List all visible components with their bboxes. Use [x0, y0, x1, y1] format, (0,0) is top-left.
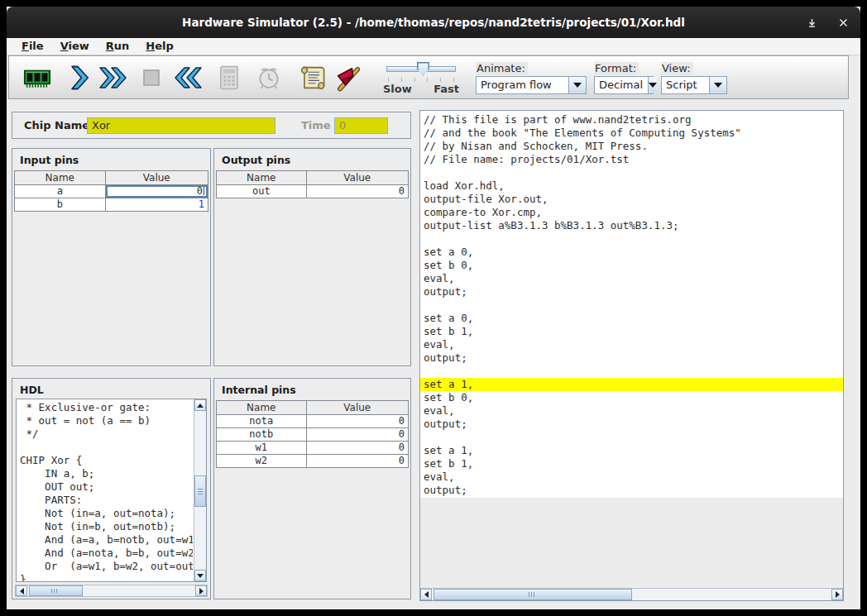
load-chip-button[interactable] — [21, 60, 54, 95]
scroll-up-button[interactable] — [194, 399, 206, 411]
script-line: set b 1, — [420, 457, 843, 470]
hdl-panel: HDL * Exclusive-or gate: * out = not (a … — [12, 378, 211, 599]
triangle-right-icon — [836, 591, 843, 598]
pin-value-cell[interactable]: 0 — [106, 185, 208, 198]
format-select[interactable]: Decimal — [594, 76, 654, 94]
animate-group: Animate: Program flow — [476, 60, 587, 96]
view-select[interactable]: Script — [661, 76, 727, 94]
calculator-button[interactable] — [213, 60, 246, 95]
title-bar[interactable]: Hardware Simulator (2.5) - /home/thomas/… — [7, 7, 860, 38]
pin-name: notb — [217, 428, 307, 441]
toolbar: Slow Fast Animate: Program flow Format: … — [8, 55, 849, 99]
code-line: And (a=a, b=notb, out=w1); — [17, 533, 193, 547]
scroll-right-button[interactable] — [195, 585, 207, 596]
script-line — [420, 232, 843, 246]
scroll-thumb[interactable] — [434, 589, 632, 600]
pin-row: b 1 — [14, 198, 208, 212]
clock-button[interactable] — [252, 60, 285, 95]
menu-item[interactable]: Help — [137, 38, 181, 54]
view-dropdown-button[interactable] — [709, 77, 726, 93]
menu-item[interactable]: View — [52, 38, 98, 54]
scroll-left-button[interactable] — [16, 585, 27, 596]
minimize-button[interactable] — [804, 15, 819, 30]
script-line — [420, 298, 843, 312]
script-line — [420, 431, 843, 444]
view-label: View: — [661, 62, 693, 75]
code-line: } — [17, 573, 193, 582]
scroll-left-button[interactable] — [420, 589, 432, 600]
time-label: Time : — [301, 119, 338, 131]
script-line: // by Nisan and Schocken, MIT Press. — [420, 140, 843, 153]
breakpoints-button[interactable] — [332, 60, 365, 95]
pin-row: w2 0 — [216, 455, 409, 468]
script-line: output; — [420, 484, 843, 497]
scroll-thumb[interactable] — [194, 475, 206, 506]
alarm-clock-icon — [254, 63, 284, 93]
format-group: Format: Decimal — [594, 60, 654, 96]
pin-value-cell[interactable]: 1 — [106, 198, 208, 211]
pin-name: nota — [217, 415, 307, 427]
pin-name: a — [15, 185, 106, 198]
script-panel: // This file is part of www.nand2tetris.… — [419, 110, 844, 601]
chevron-down-icon — [714, 83, 722, 92]
code-line: CHIP Xor { — [17, 454, 193, 467]
format-dropdown-button[interactable] — [648, 77, 657, 93]
load-script-button[interactable] — [295, 60, 328, 95]
script-line: compare-to Xor.cmp, — [420, 206, 843, 219]
script-line: set a 0, — [420, 312, 843, 325]
close-button[interactable] — [836, 15, 850, 30]
calculator-icon — [214, 63, 244, 93]
script-line — [420, 365, 843, 378]
stop-button[interactable] — [135, 60, 168, 95]
app-window: Hardware Simulator (2.5) - /home/thomas/… — [7, 7, 860, 609]
code-line: PARTS: — [17, 494, 193, 507]
value-column-header: Value — [307, 401, 408, 414]
hdl-horizontal-scrollbar[interactable] — [15, 585, 208, 597]
internal-pins-panel: Internal pins Name Value nota 0 notb 0 w… — [213, 378, 411, 599]
code-line: * Exclusive-or gate: — [17, 401, 193, 414]
hdl-vertical-scrollbar[interactable] — [194, 399, 206, 581]
script-line — [420, 166, 843, 179]
menu-item[interactable]: Run — [98, 38, 138, 54]
format-label: Format: — [594, 62, 639, 75]
menu-item[interactable]: File — [13, 38, 52, 54]
script-horizontal-scrollbar[interactable] — [420, 588, 843, 600]
script-line: eval, — [420, 404, 843, 418]
triangle-left-icon — [17, 588, 24, 595]
code-line: OUT out; — [17, 480, 193, 494]
scroll-right-button[interactable] — [831, 589, 843, 600]
output-pins-panel: Output pins Name Value out 0 — [213, 148, 411, 366]
pin-name: out — [217, 185, 307, 198]
chevron-down-icon — [649, 83, 657, 92]
scroll-thumb[interactable] — [29, 585, 83, 596]
single-step-button[interactable] — [62, 60, 95, 95]
triangle-left-icon — [421, 591, 429, 598]
script-line: output; — [420, 285, 843, 298]
input-pins-panel: Input pins Name Value a 0 b 1 — [12, 148, 211, 366]
script-line: set a 1, — [420, 444, 843, 457]
name-column-header: Name — [217, 401, 307, 414]
script-line: set a 1, — [420, 378, 843, 391]
animate-select[interactable]: Program flow — [476, 76, 587, 94]
table-header: Name Value — [14, 170, 208, 185]
rewind-button[interactable] — [171, 60, 204, 95]
scroll-down-button[interactable] — [194, 570, 206, 581]
run-button[interactable] — [97, 60, 130, 95]
fast-forward-icon — [97, 63, 130, 93]
animate-value: Program flow — [477, 77, 568, 93]
script-line: output; — [420, 351, 843, 365]
pin-row: w1 0 — [216, 442, 409, 455]
output-pins-rows: out 0 — [216, 185, 409, 198]
script-line: output-file Xor.out, — [420, 193, 843, 206]
script-line: load Xor.hdl, — [420, 179, 843, 193]
rewind-icon — [171, 63, 204, 93]
animate-dropdown-button[interactable] — [568, 77, 586, 93]
code-line: */ — [17, 427, 193, 441]
table-header: Name Value — [216, 170, 409, 185]
slider-thumb[interactable] — [417, 62, 429, 76]
name-column-header: Name — [15, 171, 106, 184]
script-line: set a 0, — [420, 246, 843, 259]
hdl-code-lines: * Exclusive-or gate: * out = not (a == b… — [17, 401, 193, 582]
hdl-title: HDL — [12, 379, 210, 396]
chip-name-field[interactable]: Xor — [87, 117, 275, 134]
